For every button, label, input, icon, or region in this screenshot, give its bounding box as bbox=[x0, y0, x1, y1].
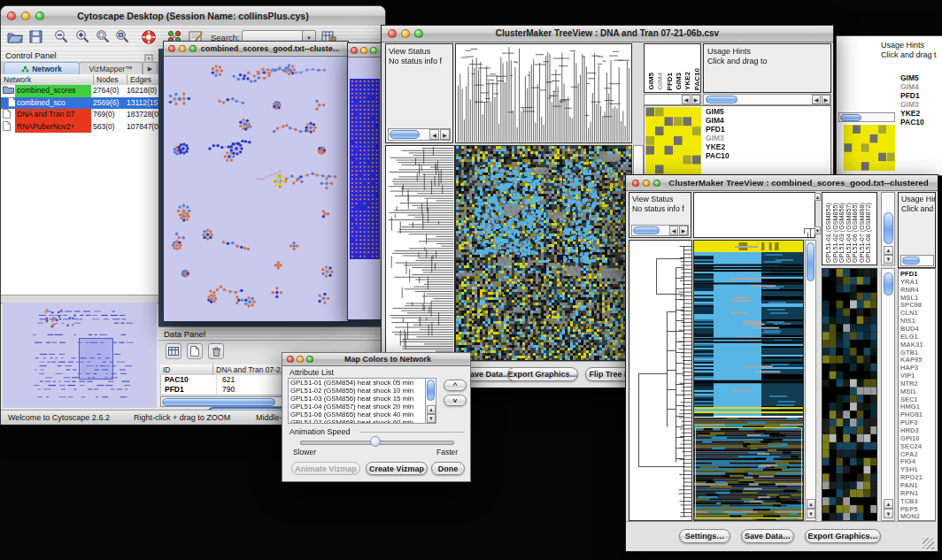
heatmap-canvas[interactable] bbox=[694, 241, 803, 520]
mini-up-icon[interactable]: ▲ bbox=[815, 193, 821, 201]
treeview-dna-titlebar[interactable]: ClusterMaker TreeView : DNA and Tran 07-… bbox=[382, 26, 833, 42]
heatmap-box[interactable] bbox=[455, 145, 632, 361]
network-table-row[interactable]: DNA and Tran 07769(0)183728(0) bbox=[1, 109, 158, 121]
save-data-button[interactable]: Save Data… bbox=[741, 529, 794, 543]
hscroll-thumb[interactable] bbox=[633, 226, 660, 234]
zoom-button[interactable] bbox=[370, 47, 377, 54]
hscroll-thumb[interactable] bbox=[840, 114, 861, 121]
detail-heatmap-canvas[interactable] bbox=[822, 269, 877, 520]
zoom-button[interactable] bbox=[414, 29, 423, 38]
help-lifesaver-icon[interactable] bbox=[141, 29, 157, 49]
tab-overflow-icon[interactable]: ▶ bbox=[143, 62, 158, 75]
hscroll-thumb[interactable] bbox=[706, 96, 737, 104]
scroll-up-icon[interactable]: ▲ bbox=[884, 499, 893, 509]
scroll-left-icon[interactable]: ◀ bbox=[429, 129, 439, 140]
column-dendrogram-canvas[interactable] bbox=[694, 193, 815, 237]
scroll-left-icon[interactable]: ◀ bbox=[812, 95, 821, 104]
view-status-hscrollbar[interactable]: ◀ ▶ bbox=[631, 225, 689, 236]
new-attribute-icon[interactable] bbox=[187, 343, 203, 359]
resize-grip[interactable] bbox=[923, 538, 934, 549]
open-file-icon[interactable] bbox=[7, 30, 23, 47]
vscroll-thumb[interactable] bbox=[884, 212, 893, 244]
done-button[interactable]: Done bbox=[431, 462, 465, 475]
zoom-fit-icon[interactable] bbox=[115, 29, 130, 48]
tab-network[interactable]: Network bbox=[4, 62, 80, 75]
attribute-list[interactable]: GPL51-01 (GSM854) heat shock 05 minGPL51… bbox=[288, 378, 436, 424]
zoom-button[interactable] bbox=[35, 12, 44, 20]
scroll-right-icon[interactable]: ▶ bbox=[440, 129, 450, 140]
dialog-titlebar[interactable]: Map Colors to Network bbox=[282, 353, 470, 366]
zoom-out-icon[interactable] bbox=[54, 29, 69, 48]
scroll-right-icon[interactable]: ▶ bbox=[679, 226, 688, 235]
scroll-right-icon[interactable]: ▶ bbox=[822, 95, 830, 104]
main-titlebar[interactable]: Cytoscape Desktop (Session Name: collins… bbox=[1, 6, 385, 27]
move-up-button[interactable]: ^ bbox=[444, 380, 467, 391]
heatmap-box[interactable] bbox=[693, 240, 804, 521]
attribute-select-icon[interactable] bbox=[166, 343, 181, 359]
export-graphics-button[interactable]: Export Graphics… bbox=[805, 529, 881, 543]
heatmap-vscrollbar[interactable]: ▲ ▼ bbox=[805, 240, 816, 521]
label-hscrollbar[interactable]: ◀ ▶ bbox=[644, 94, 701, 105]
scroll-up-icon[interactable]: ▲ bbox=[427, 405, 436, 414]
scroll-down-icon[interactable]: ▼ bbox=[884, 255, 893, 264]
scroll-left-icon[interactable]: ◀ bbox=[682, 95, 691, 104]
attribute-list-vscrollbar[interactable]: ▲ ▼ bbox=[425, 379, 436, 423]
scroll-down-icon[interactable]: ▼ bbox=[427, 414, 436, 423]
gene-vscrollbar[interactable]: ▲ ▼ bbox=[881, 268, 895, 521]
save-icon[interactable] bbox=[29, 30, 42, 47]
vscroll-thumb[interactable] bbox=[884, 272, 893, 295]
delete-trash-icon[interactable] bbox=[208, 343, 224, 359]
hints-hscrollbar[interactable]: ◀ ▶ bbox=[703, 94, 831, 105]
minimize-button[interactable] bbox=[401, 29, 410, 38]
scroll-right-icon[interactable]: ▶ bbox=[691, 95, 700, 104]
heatmap-canvas[interactable] bbox=[456, 146, 631, 360]
attribute-item[interactable]: GPL51-07 (GSM868) heat shock 60 min bbox=[289, 418, 436, 424]
zoom-selected-icon[interactable] bbox=[96, 29, 111, 48]
row-dendrogram-box[interactable] bbox=[629, 240, 692, 521]
attribute-item[interactable]: GPL51-06 (GSM865) heat shock 40 min bbox=[289, 410, 436, 418]
treeview-combined-titlebar[interactable]: ClusterMaker TreeView : combined_scores_… bbox=[626, 175, 938, 191]
slider-thumb[interactable] bbox=[370, 436, 381, 447]
label-vscrollbar[interactable]: ▲ ▼ bbox=[881, 192, 895, 265]
network-overview-canvas[interactable] bbox=[3, 303, 157, 408]
network-table-row[interactable]: RNAPuberNov2+563(0)107847(0) bbox=[1, 121, 158, 134]
column-dendrogram-box[interactable] bbox=[693, 192, 815, 238]
correlation-matrix-canvas[interactable] bbox=[844, 125, 895, 171]
row-dendrogram-canvas[interactable] bbox=[386, 146, 454, 360]
column-dendrogram-box[interactable] bbox=[455, 43, 632, 143]
animate-vizmap-button[interactable]: Animate Vizmap bbox=[291, 462, 360, 475]
close-button[interactable] bbox=[287, 356, 294, 363]
data-panel-hscroll-thumb[interactable] bbox=[162, 398, 275, 406]
detail-heatmap-box[interactable] bbox=[822, 268, 877, 521]
minimize-button[interactable] bbox=[179, 45, 186, 52]
row-dendrogram-canvas[interactable] bbox=[629, 241, 691, 520]
create-vizmap-button[interactable]: Create Vizmap bbox=[366, 462, 428, 475]
attribute-item[interactable]: GPL51-02 (GSM855) heat shock 10 min bbox=[289, 387, 436, 395]
close-button[interactable] bbox=[388, 29, 397, 38]
vscroll-thumb[interactable] bbox=[807, 242, 815, 281]
export-graphics-button[interactable]: Export Graphics… bbox=[507, 367, 578, 381]
hscroll-thumb[interactable] bbox=[902, 257, 920, 265]
network-table-row[interactable]: combined_sco2569(6)13112(15) bbox=[1, 97, 158, 110]
zoom-button[interactable] bbox=[306, 356, 313, 363]
zoom-button[interactable] bbox=[189, 45, 197, 52]
attribute-item[interactable]: GPL51-01 (GSM854) heat shock 05 min bbox=[289, 379, 436, 387]
attribute-item[interactable]: GPL51-03 (GSM856) heat shock 15 min bbox=[289, 395, 436, 403]
hscrollbar[interactable] bbox=[838, 112, 895, 122]
zoom-in-icon[interactable] bbox=[75, 29, 90, 48]
close-button[interactable] bbox=[632, 180, 639, 187]
mini-down-icon[interactable]: ▼ bbox=[815, 226, 821, 234]
scroll-down-icon[interactable]: ▼ bbox=[884, 509, 893, 518]
row-dendrogram-box[interactable] bbox=[385, 145, 455, 361]
minimize-button[interactable] bbox=[21, 12, 30, 20]
partial-window-titlebar[interactable] bbox=[348, 43, 382, 58]
tab-vizmapper[interactable]: VizMapper™ bbox=[79, 62, 143, 75]
close-button[interactable] bbox=[7, 12, 16, 20]
vscroll-thumb[interactable] bbox=[427, 380, 435, 401]
hscroll-thumb[interactable] bbox=[390, 130, 420, 139]
dense-network-canvas[interactable] bbox=[350, 79, 380, 266]
network-view-titlebar[interactable]: combined_scores_good.txt--cluste... bbox=[164, 42, 348, 57]
network-canvas[interactable] bbox=[166, 57, 346, 318]
network-table-row[interactable]: combined_scores2764(0)16218(0) bbox=[1, 85, 158, 97]
minimize-button[interactable] bbox=[360, 47, 367, 54]
